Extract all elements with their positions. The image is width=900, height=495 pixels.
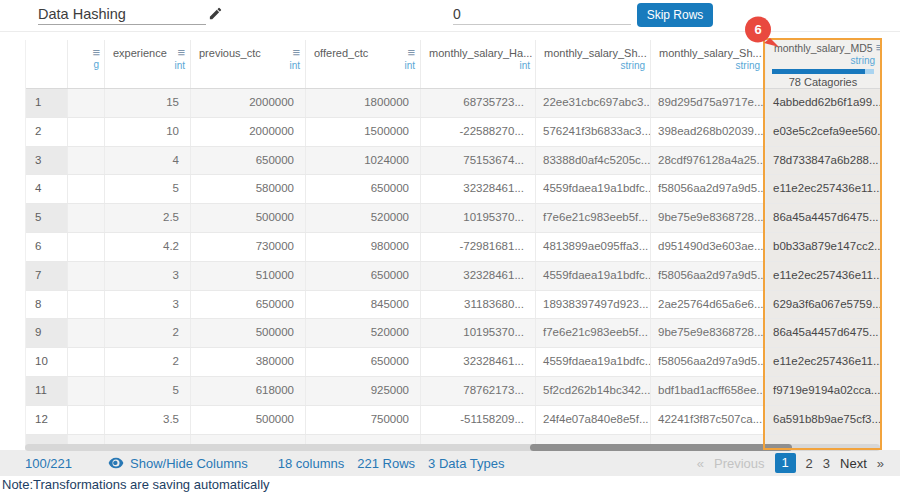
table-cell: 83388d0af4c5205c... xyxy=(536,147,651,175)
pagination-page-1[interactable]: 1 xyxy=(775,453,796,473)
edit-pencil-icon[interactable] xyxy=(208,6,223,25)
table-cell: 750000 xyxy=(306,406,421,434)
skip-rows-button[interactable]: Skip Rows xyxy=(637,3,713,27)
horizontal-scrollbar-thumb[interactable] xyxy=(530,444,792,451)
table-row: 11561800092500078762173...5f2cd262b14bc3… xyxy=(26,377,881,406)
table-cell: f58056aa2d97a9d5... xyxy=(651,348,766,376)
column-header-title-row: experience≡ xyxy=(105,40,190,59)
table-cell: 398ead268b02039... xyxy=(651,118,766,146)
partial-column-cell xyxy=(68,406,105,434)
row-number: 3 xyxy=(26,147,68,175)
table-cell: 68735723... xyxy=(421,89,536,117)
show-hide-columns-label: Show/Hide Columns xyxy=(130,456,248,471)
partial-column-cell xyxy=(68,233,105,261)
table-cell: 380000 xyxy=(191,348,306,376)
column-header-partial[interactable]: ≡g xyxy=(68,40,105,88)
column-title: experience xyxy=(113,47,167,59)
pagination-page-3[interactable]: 3 xyxy=(823,456,830,471)
column-title: monthly_salary_Ha... xyxy=(429,47,532,59)
table-row: 4558000065000032328461...4559fdaea19a1bd… xyxy=(26,175,881,204)
datatypes-stat: 3 Data Types xyxy=(428,456,504,471)
table-cell: 5 xyxy=(105,377,191,405)
table-cell: 629a3f6a067e5759... xyxy=(766,291,881,319)
column-header-monthly_salary_Ha[interactable]: monthly_salary_Ha...≡int xyxy=(421,40,536,88)
column-type-label: int xyxy=(191,59,305,71)
column-type-label: int xyxy=(306,59,420,71)
table-cell: f58056aa2d97a9d5... xyxy=(651,175,766,203)
table-cell: 3 xyxy=(105,262,191,290)
skip-rows-input[interactable] xyxy=(453,4,631,25)
table-cell: f9719e9194a02cca... xyxy=(766,377,881,405)
column-menu-icon[interactable]: ≡ xyxy=(876,42,881,53)
pagination-last-arrow[interactable]: » xyxy=(877,456,884,471)
column-header-experience[interactable]: experience≡int xyxy=(105,40,191,88)
category-progress-bar xyxy=(772,69,874,74)
autosave-note: Note:Transformations are saving automati… xyxy=(2,477,270,492)
table-row: 21020000001500000-22588270...576241f3b68… xyxy=(26,118,881,147)
table-cell: 845000 xyxy=(306,291,421,319)
table-cell: 500000 xyxy=(191,319,306,347)
horizontal-scrollbar-track[interactable] xyxy=(25,444,880,451)
table-cell: e11e2ec257436e11... xyxy=(766,175,881,203)
column-type-label: string xyxy=(766,54,880,66)
table-cell: 78762173... xyxy=(421,377,536,405)
pagination-page-2[interactable]: 2 xyxy=(806,456,813,471)
table-cell: 650000 xyxy=(191,291,306,319)
row-number: 8 xyxy=(26,291,68,319)
table-cell: 580000 xyxy=(191,175,306,203)
row-number: 12 xyxy=(26,406,68,434)
column-menu-icon[interactable]: ≡ xyxy=(407,47,415,58)
column-menu-icon[interactable]: ≡ xyxy=(292,47,300,58)
table-cell: 4abbedd62b6f1a99... xyxy=(766,89,881,117)
table-cell: f7e6e21c983eeb5f... xyxy=(536,204,651,232)
column-header-title-row: previous_ctc≡ xyxy=(191,40,305,59)
table-cell: 650000 xyxy=(306,262,421,290)
table-cell: 5 xyxy=(105,175,191,203)
table-cell: 500000 xyxy=(191,406,306,434)
table-cell: 500000 xyxy=(191,204,306,232)
table-row: 34650000102400075153674...83388d0af4c520… xyxy=(26,147,881,176)
pagination-first-arrow[interactable]: « xyxy=(697,456,704,471)
table-cell: 32328461... xyxy=(421,348,536,376)
table-cell: 2ae25764d65a6e6... xyxy=(651,291,766,319)
column-title: offered_ctc xyxy=(314,47,368,59)
table-cell: 78d733847a6b288... xyxy=(766,147,881,175)
pagination: « Previous 1 2 3 Next » xyxy=(697,453,884,473)
table-row: 9250000052000010195370...f7e6e21c983eeb5… xyxy=(26,319,881,348)
column-menu-icon[interactable]: ≡ xyxy=(92,47,100,58)
table-cell: d951490d3e603ae... xyxy=(651,233,766,261)
column-header-title-row: offered_ctc≡ xyxy=(306,40,420,59)
table-cell: e11e2ec257436e11... xyxy=(766,262,881,290)
partial-column-cell xyxy=(68,348,105,376)
table-cell: -51158209... xyxy=(421,406,536,434)
table-cell: 86a45a4457d6475... xyxy=(766,204,881,232)
column-header-monthly_salary_Sh1[interactable]: monthly_salary_Sh...≡string xyxy=(536,40,651,88)
show-hide-columns-button[interactable]: Show/Hide Columns xyxy=(108,456,248,471)
table-row: 10238000065000032328461...4559fdaea19a1b… xyxy=(26,348,881,377)
table-row: 123.5500000750000-51158209...24f4e07a840… xyxy=(26,406,881,435)
column-header-previous_ctc[interactable]: previous_ctc≡int xyxy=(191,40,306,88)
column-type-label: int xyxy=(421,59,535,71)
table-cell: 2.5 xyxy=(105,204,191,232)
table-cell: 650000 xyxy=(191,147,306,175)
column-header-title-row: monthly_salary_Sh...≡ xyxy=(536,40,650,59)
partial-column-cell xyxy=(68,319,105,347)
row-number: 5 xyxy=(26,204,68,232)
row-number: 9 xyxy=(26,319,68,347)
column-header-monthly_salary_MD5[interactable]: monthly_salary_MD5≡string78 Catagories xyxy=(766,40,881,88)
pagination-previous[interactable]: Previous xyxy=(714,456,765,471)
column-menu-icon[interactable]: ≡ xyxy=(177,47,185,58)
pagination-next[interactable]: Next xyxy=(840,456,867,471)
step-count-badge: 6 xyxy=(741,16,781,54)
table-cell: 22ee31cbc697abc3... xyxy=(536,89,651,117)
column-header-offered_ctc[interactable]: offered_ctc≡int xyxy=(306,40,421,88)
dataset-stats: 18 columns 221 Rows 3 Data Types xyxy=(278,456,505,471)
partial-column-cell xyxy=(68,262,105,290)
table-cell: 650000 xyxy=(306,348,421,376)
table-cell: 4559fdaea19a1bdfc... xyxy=(536,262,651,290)
table-cell: 4 xyxy=(105,147,191,175)
table-row: 52.550000052000010195370...f7e6e21c983ee… xyxy=(26,204,881,233)
column-header-rownum xyxy=(26,40,68,88)
table-cell: f7e6e21c983eeb5f... xyxy=(536,319,651,347)
transformation-title-input[interactable] xyxy=(38,4,206,25)
